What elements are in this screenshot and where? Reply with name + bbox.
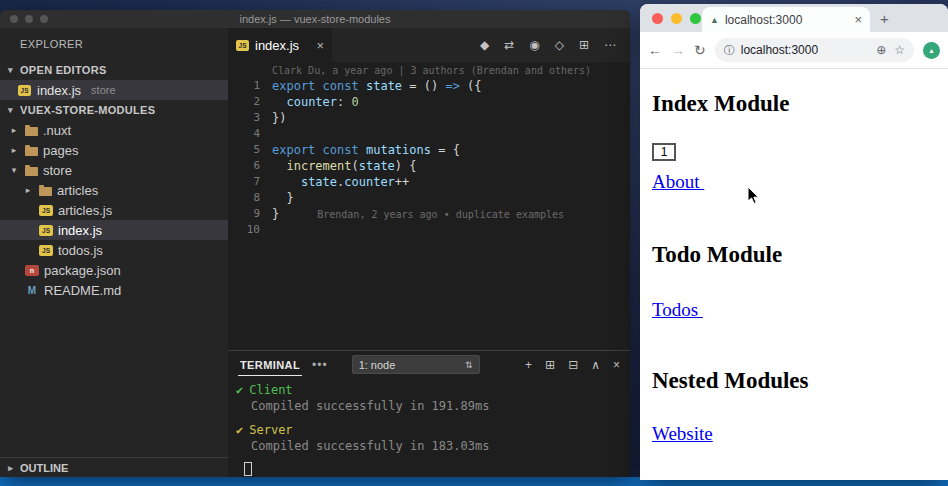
browser-tab-strip: ▲ localhost:3000 × +	[640, 4, 948, 32]
tree-item-label: .nuxt	[43, 123, 71, 138]
tree-item-pages[interactable]: ▸pages	[0, 140, 228, 160]
split-terminal-icon[interactable]: ⊞	[545, 358, 555, 372]
line-number: 5	[228, 142, 272, 158]
code-text: }	[272, 190, 294, 206]
terminal-status-line: ✔Server	[236, 422, 630, 438]
code-line[interactable]: 6 increment(state) {	[228, 158, 630, 174]
folder-icon	[25, 127, 38, 136]
code-text: })	[272, 110, 286, 126]
back-icon[interactable]: ←	[648, 42, 662, 58]
editor-tab-bar: JS index.js × ◆⇄◉◇⊞⋯	[228, 28, 630, 62]
check-icon: ✔	[236, 423, 243, 437]
more-actions-icon[interactable]: ⋯	[604, 38, 616, 52]
workspace-header[interactable]: ▾ VUEX-STORE-MODULES	[0, 100, 228, 120]
new-tab-button[interactable]: +	[880, 10, 889, 27]
terminal-shell-select[interactable]: 1: node ⇅	[352, 355, 480, 374]
browser-tab[interactable]: ▲ localhost:3000 ×	[702, 7, 870, 32]
line-number: 3	[228, 110, 272, 126]
zoom-window-icon[interactable]	[690, 13, 701, 24]
tree-item-store[interactable]: ▾store	[0, 160, 228, 180]
link-about[interactable]: About	[652, 171, 704, 193]
minimize-window-icon[interactable]	[671, 13, 682, 24]
vscode-title-bar: index.js — vuex-store-modules	[0, 10, 630, 28]
tab-label: index.js	[255, 38, 299, 53]
code-text: counter: 0	[272, 94, 359, 110]
open-editors-header[interactable]: ▾ OPEN EDITORS	[0, 60, 228, 80]
terminal-task-label: Server	[249, 423, 292, 437]
counter-display: 1	[652, 143, 676, 161]
mouse-cursor	[747, 186, 761, 206]
close-tab-icon[interactable]: ×	[316, 38, 324, 53]
page-heading: Nested Modules	[652, 368, 948, 394]
close-window-icon[interactable]	[652, 13, 663, 24]
code-line[interactable]: 5export const mutations = {	[228, 142, 630, 158]
new-terminal-icon[interactable]: +	[525, 358, 532, 372]
terminal-tab[interactable]: TERMINAL	[238, 354, 302, 376]
reload-icon[interactable]: ↻	[694, 42, 706, 58]
page-heading: Index Module	[652, 91, 948, 117]
tree-item-.nuxt[interactable]: ▸.nuxt	[0, 120, 228, 140]
open-editor-item-indexjs[interactable]: JS index.js store	[0, 80, 228, 100]
vscode-main: EXPLORER ▾ OPEN EDITORS JS index.js stor…	[0, 28, 630, 477]
link-todos[interactable]: Todos	[652, 299, 703, 321]
code-editor[interactable]: Clark Du, a year ago | 3 authors (Brenda…	[228, 62, 630, 350]
terminal-header: TERMINAL ••• 1: node ⇅ +⊞⊟∧×	[228, 351, 630, 378]
forward-icon[interactable]: →	[671, 42, 685, 58]
tree-item-label: todos.js	[58, 243, 103, 258]
open-editor-detail: store	[91, 84, 115, 96]
open-preview-icon[interactable]: ◉	[529, 38, 539, 52]
close-window-icon[interactable]	[10, 15, 18, 23]
code-line[interactable]: 2 counter: 0	[228, 94, 630, 110]
address-bar[interactable]: ⓘ localhost:3000 ⊕ ☆	[715, 38, 914, 62]
compare-icon[interactable]: ◇	[555, 38, 564, 52]
chevron-right-icon: ▸	[4, 463, 17, 473]
chevron-down-icon: ▾	[8, 165, 20, 175]
zoom-window-icon[interactable]	[40, 15, 48, 23]
open-editors-label: OPEN EDITORS	[20, 64, 107, 76]
tree-item-todos.js[interactable]: JStodos.js	[0, 240, 228, 260]
minimize-window-icon[interactable]	[25, 15, 33, 23]
browser-tab-title: localhost:3000	[725, 13, 802, 27]
line-number: 4	[228, 126, 272, 142]
code-line[interactable]: 4	[228, 126, 630, 142]
code-line[interactable]: 1export const state = () => ({	[228, 78, 630, 94]
tree-item-label: store	[43, 163, 72, 178]
tree-item-articles[interactable]: ▸articles	[0, 180, 228, 200]
close-tab-icon[interactable]: ×	[854, 12, 862, 27]
chevron-down-icon: ▾	[4, 105, 17, 115]
close-panel-icon[interactable]: ×	[613, 358, 620, 372]
web-page-content: Index Module1About Todo ModuleTodos Nest…	[640, 69, 948, 480]
outline-section[interactable]: ▸ OUTLINE	[0, 457, 228, 477]
tab-indexjs[interactable]: JS index.js ×	[228, 28, 332, 62]
line-number: 10	[228, 222, 272, 238]
tree-item-index.js[interactable]: JSindex.js	[0, 220, 228, 240]
vscode-window: index.js — vuex-store-modules EXPLORER ▾…	[0, 10, 630, 477]
split-editor-icon[interactable]: ⊞	[579, 38, 589, 52]
code-line[interactable]: 3})	[228, 110, 630, 126]
tree-item-README.md[interactable]: MREADME.md	[0, 280, 228, 300]
open-changes-icon[interactable]: ⇄	[504, 38, 514, 52]
maximize-panel-icon[interactable]: ∧	[591, 358, 600, 372]
kill-terminal-icon[interactable]: ⊟	[568, 358, 578, 372]
code-line[interactable]: 8 }	[228, 190, 630, 206]
tree-item-package.json[interactable]: npackage.json	[0, 260, 228, 280]
chevron-right-icon: ▸	[8, 125, 20, 135]
tree-item-articles.js[interactable]: JSarticles.js	[0, 200, 228, 220]
terminal-tabs-more-icon[interactable]: •••	[312, 358, 328, 372]
terminal-output[interactable]: ✔ClientCompiled successfully in 191.89ms…	[228, 378, 630, 476]
terminal-actions: +⊞⊟∧×	[525, 358, 620, 372]
bookmark-star-icon[interactable]: ☆	[894, 43, 905, 57]
terminal-panel: TERMINAL ••• 1: node ⇅ +⊞⊟∧× ✔ClientComp…	[228, 350, 630, 477]
window-controls	[10, 15, 48, 23]
link-website[interactable]: Website	[652, 423, 713, 445]
terminal-detail-line: Compiled successfully in 183.03ms	[236, 438, 630, 454]
code-text: export const mutations = {	[272, 142, 460, 158]
code-line[interactable]: 7 state.counter++	[228, 174, 630, 190]
code-line[interactable]: 10	[228, 222, 630, 238]
site-info-icon[interactable]: ⓘ	[724, 43, 735, 58]
toggle-annotations-icon[interactable]: ◆	[480, 38, 489, 52]
zoom-icon[interactable]: ⊕	[876, 43, 886, 57]
code-line[interactable]: 9}Brendan, 2 years ago • duplicate examp…	[228, 206, 630, 222]
codelens-annotation[interactable]: Clark Du, a year ago | 3 authors (Brenda…	[228, 64, 630, 78]
extension-icon[interactable]: ▲	[923, 42, 940, 59]
